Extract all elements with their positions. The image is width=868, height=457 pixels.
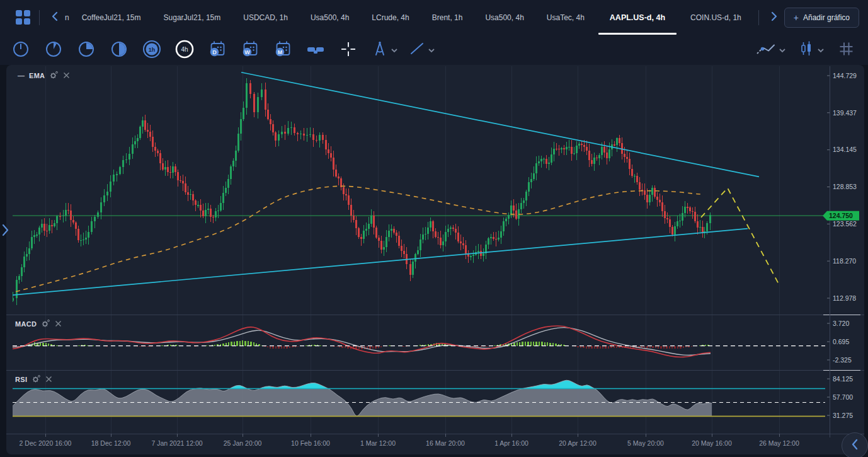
custom-period-button[interactable] [306,40,325,59]
tab-strip: CoffeeJul21, 15mSugarJul21, 15mUSDCAD, 1… [71,0,750,35]
crosshair-button[interactable] [339,40,358,59]
chevron-down-icon [818,44,824,55]
gridlines [45,66,779,434]
pie-sliver-icon [45,41,62,59]
svg-text:3.720: 3.720 [833,320,849,327]
close-icon[interactable] [63,72,70,79]
time-axis[interactable]: 2 Dec 2020 16:0018 Dec 12:007 Jan 2021 1… [20,434,799,447]
add-chart-label: Añadir gráfico [803,13,850,22]
panel-expand-button[interactable] [0,222,10,241]
svg-text:7 Jan 2021 12:00: 7 Jan 2021 12:00 [151,439,202,447]
tab-sugarjul21-15m[interactable]: SugarJul21, 15m [152,0,232,35]
tabs-scroll-right-button[interactable] [768,10,780,25]
svg-text:26 May 12:00: 26 May 12:00 [759,439,799,447]
indicator-legend-rsi: RSI [15,374,52,384]
header-divider-right [758,10,759,25]
svg-text:123.562: 123.562 [833,220,857,228]
timeframe-weekly-button[interactable]: W [241,40,260,59]
trendline-upper [241,72,759,177]
pie-half-icon [111,41,127,59]
chevron-down-icon [779,44,785,55]
range-bars-icon [307,41,324,59]
timeframe-1m-button[interactable] [11,40,30,59]
timeframe-30m-button[interactable] [110,40,128,59]
svg-text:84.125: 84.125 [833,375,853,383]
layout-grid-button[interactable] [837,40,855,59]
svg-text:M: M [277,49,282,55]
clock-tick-icon [13,41,29,59]
close-icon[interactable] [55,320,62,327]
svg-text:2 Dec 2020 16:00: 2 Dec 2020 16:00 [20,439,72,447]
timeframe-4h-button-active[interactable]: 4h [175,40,194,59]
chevron-down-icon [391,44,397,55]
chart-type-button[interactable] [798,40,824,60]
tab-usatec-4h[interactable]: UsaTec, 4h [535,0,596,35]
svg-text:W: W [244,49,250,55]
calendar-week-icon: W [242,40,259,59]
scroll-back-fab-button[interactable] [842,432,868,457]
partial-tab-label[interactable]: n [65,13,69,22]
tab-brent-1h[interactable]: Brent, 1h [421,0,474,35]
main-price-panel [11,72,825,305]
grid-layout-icon [838,40,855,59]
trend-line-icon [409,40,425,59]
svg-text:128.853: 128.853 [833,183,857,190]
settings-gear-icon[interactable] [41,319,50,328]
tab-bar: n CoffeeJul21, 15mSugarJul21, 15mUSDCAD,… [0,0,868,35]
forecast-line [701,188,780,286]
rsi-panel [13,380,712,416]
tab-lcrude-4h[interactable]: LCrude, 4h [360,0,420,35]
candle-type-icon [798,40,814,60]
circle-4h-icon: 4h [175,40,194,61]
timeframe-monthly-button[interactable]: M [273,40,292,59]
svg-text:1 Apr 16:00: 1 Apr 16:00 [494,439,528,447]
calendar-month-icon: M [275,40,292,59]
line-tools-button[interactable] [409,40,435,59]
tabs-scroll-left-button[interactable] [49,10,61,25]
tab-coffeejul21-15m[interactable]: CoffeeJul21, 15m [71,0,152,35]
svg-text:18 Dec 12:00: 18 Dec 12:00 [91,439,131,447]
toolbar: 1h 4h D W M [0,35,868,65]
svg-text:20 May 16:00: 20 May 16:00 [692,439,732,447]
svg-text:16 Mar 20:00: 16 Mar 20:00 [426,439,465,447]
settings-gear-icon[interactable] [49,71,59,80]
chevron-left-icon [851,439,859,453]
chevron-left-icon [51,11,59,23]
tab-usa500-4h[interactable]: Usa500, 4h [299,0,360,35]
app-logo-grid-icon[interactable] [16,10,30,25]
tab-usa500-4h[interactable]: Usa500, 4h [474,0,535,35]
crosshair-icon [340,41,357,59]
timeframe-daily-button[interactable]: D [208,40,227,59]
macd-line [13,326,711,357]
tab-usdcad-1h[interactable]: USDCAD, 1h [232,0,299,35]
compass-icon [372,40,388,59]
legend-label-ema: EMA [29,72,45,79]
svg-text:20 Apr 12:00: 20 Apr 12:00 [559,439,597,447]
svg-text:1 Mar 12:00: 1 Mar 12:00 [360,439,396,447]
chevron-down-icon [428,44,435,55]
svg-text:144.729: 144.729 [833,72,857,79]
plus-icon: + [794,13,799,22]
price-chart-canvas[interactable]: 144.729139.437134.145128.853123.562118.2… [6,65,864,454]
indicator-line-icon [756,40,776,59]
timeframe-5m-button[interactable] [44,40,63,59]
collapse-dash[interactable]: — [18,72,25,79]
close-icon[interactable] [45,376,52,383]
price-axis[interactable]: 144.729139.437134.145128.853123.562118.2… [823,66,859,437]
svg-text:-2.325: -2.325 [833,356,852,364]
legend-label-macd: MACD [15,320,37,328]
svg-text:D: D [212,49,217,55]
chevron-right-icon [770,11,778,23]
settings-gear-icon[interactable] [31,374,41,384]
svg-text:5 May 20:00: 5 May 20:00 [627,439,664,447]
indicator-legend-macd: MACD [15,319,62,328]
tab-aapl-us-d-4h[interactable]: AAPL.US-d, 4h [596,0,679,35]
tab-coin-us-d-1h[interactable]: COIN.US-d, 1h [679,0,750,35]
add-chart-button[interactable]: + Añadir gráfico [784,8,859,28]
timeframe-1h-button[interactable]: 1h [142,40,161,59]
indicators-button[interactable] [756,40,785,59]
drawing-tools-button[interactable] [372,40,397,59]
svg-text:4h: 4h [181,45,188,52]
svg-text:112.978: 112.978 [833,294,856,302]
timeframe-15m-button[interactable] [77,40,96,59]
